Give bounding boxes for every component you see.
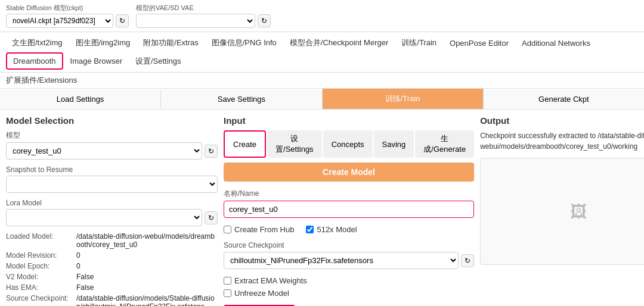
center-panel: Input Create 设置/Settings Concepts Saving… [224,115,474,306]
tab-img2img[interactable]: 图生图/img2img [70,35,137,51]
tab-txt2img[interactable]: 文生图/txt2img [6,35,69,51]
tab-saving[interactable]: Saving [374,130,414,158]
vae-model-group: 模型的VAE/SD VAE ↻ [136,4,271,28]
left-panel: Model Selection 模型 corey_test_u0 ↻ Snaps… [6,115,218,306]
vae-model-label: 模型的VAE/SD VAE [136,4,271,13]
sd-model-select[interactable]: novelAI.ckpt [a7529df023] [6,14,113,28]
extract-ema-checkbox[interactable]: Extract EMA Weights [224,276,307,285]
extensions-link[interactable]: 扩展插件/Extensions [0,73,644,89]
model-epoch-val: 0 [76,262,80,270]
loaded-model-val: /data/stable-diffusion-webui/models/drea… [76,232,218,249]
create-from-hub-label: Create From Hub [234,225,294,234]
source-checkpoint-select[interactable]: chilloutmix_NiPrunedFp32Fix.safetensors [224,252,459,269]
model-select[interactable]: corey_test_u0 [6,142,202,160]
model-512x-label: 512x Model [317,225,357,234]
tab-create[interactable]: Create [224,130,266,158]
model-info-table: Loaded Model: /data/stable-diffusion-web… [6,232,218,306]
tab-settings[interactable]: 设置/Settings [129,53,187,70]
toolbar: Load Settings Save Settings 训练/Train Gen… [0,89,644,110]
has-ema-val: False [76,283,94,292]
tab-concepts[interactable]: Concepts [323,130,373,158]
create-from-hub-checkbox[interactable]: Create From Hub [224,225,294,234]
tab-image-browser[interactable]: Image Browser [64,54,128,68]
source-checkpoint-val: /data/stable-diffusion/models/Stable-dif… [76,294,218,306]
unfreeze-model-checkbox[interactable]: Unfreeze Model [224,289,289,298]
model-revision-val: 0 [76,251,80,260]
tab-generate[interactable]: 生成/Generate [415,130,474,158]
tab-openpose[interactable]: OpenPose Editor [444,36,515,51]
main-layout: Model Selection 模型 corey_test_u0 ↻ Snaps… [0,110,644,306]
source-checkpoint-label: Source Checkpoint [224,241,474,249]
lora-model-label: Lora Model [6,199,218,207]
model-selection-title: Model Selection [6,115,218,126]
sd-model-group: Stable Diffusion 模型(ckpt) novelAI.ckpt [… [6,4,129,28]
lora-select[interactable] [6,209,202,226]
load-settings-btn[interactable]: Load Settings [0,90,161,108]
has-ema-key: Has EMA: [6,283,72,292]
name-label: 名称/Name [224,189,474,199]
vae-model-select[interactable] [136,14,255,28]
source-checkpoint-key: Source Checkpoint: [6,294,72,306]
nav-tabs: 文生图/txt2img 图生图/img2img 附加功能/Extras 图像信息… [0,32,644,73]
unfreeze-model-label: Unfreeze Model [234,289,289,298]
model-epoch-key: Model Epoch: [6,262,72,270]
source-checkpoint-refresh-btn[interactable]: ↻ [461,254,474,267]
tab-checkpoint-merger[interactable]: 模型合并/Checkpoint Merger [284,35,394,51]
sd-model-label: Stable Diffusion 模型(ckpt) [6,4,129,13]
vae-model-refresh-btn[interactable]: ↻ [258,14,271,27]
save-settings-btn[interactable]: Save Settings [161,90,322,108]
input-title: Input [224,115,474,126]
loaded-model-row: Loaded Model: /data/stable-diffusion-web… [6,232,218,249]
extract-ema-row: Extract EMA Weights Unfreeze Model [224,276,474,298]
v2-model-key: V2 Model: [6,273,72,281]
model-epoch-row: Model Epoch: 0 [6,262,218,270]
model-revision-key: Model Revision: [6,251,72,260]
snapshot-label: Snapshot to Resume [6,166,218,174]
tab-extras[interactable]: 附加功能/Extras [137,35,204,51]
right-panel: Output Checkpoint successfully extracted… [480,115,644,306]
lora-refresh-btn[interactable]: ↻ [205,211,218,224]
lora-select-wrap: ↻ [6,209,218,226]
top-bar: Stable Diffusion 模型(ckpt) novelAI.ckpt [… [0,0,644,32]
model-select-wrap: corey_test_u0 ↻ [6,142,218,160]
v2-model-row: V2 Model: False [6,273,218,281]
has-ema-row: Has EMA: False [6,283,218,292]
checkbox-row: Create From Hub 512x Model [224,225,474,234]
v2-model-val: False [76,273,94,281]
output-text: Checkpoint successfully extracted to /da… [480,130,644,152]
name-input[interactable] [224,201,474,218]
tab-train[interactable]: 训练/Train [395,35,442,51]
output-image-placeholder: 🖼 [480,158,644,265]
create-from-hub-input[interactable] [224,226,231,233]
sd-model-refresh-btn[interactable]: ↻ [116,14,129,27]
snapshot-select-wrap [6,176,218,193]
snapshot-select[interactable] [6,176,218,193]
source-checkpoint-wrap: chilloutmix_NiPrunedFp32Fix.safetensors … [224,252,474,269]
model-512x-input[interactable] [306,226,314,233]
tab-pnginfo[interactable]: 图像信息/PNG Info [206,35,283,51]
model-select-refresh-btn[interactable]: ↻ [205,145,218,158]
extract-ema-label: Extract EMA Weights [234,276,307,285]
name-form-group: 名称/Name [224,189,474,218]
create-model-bar[interactable]: Create Model [224,163,474,182]
loaded-model-key: Loaded Model: [6,232,72,249]
input-tabs: Create 设置/Settings Concepts Saving 生成/Ge… [224,130,474,158]
model-512x-checkbox[interactable]: 512x Model [306,225,357,234]
tab-settings-inner[interactable]: 设置/Settings [267,130,322,158]
image-placeholder-icon: 🖼 [570,202,587,221]
model-field-label: 模型 [6,130,218,140]
train-btn[interactable]: 训练/Train [323,89,484,109]
unfreeze-model-input[interactable] [224,289,231,297]
extract-ema-input[interactable] [224,277,231,285]
sd-model-select-wrap: novelAI.ckpt [a7529df023] ↻ [6,14,129,28]
model-revision-row: Model Revision: 0 [6,251,218,260]
source-checkpoint-row: Source Checkpoint: /data/stable-diffusio… [6,294,218,306]
generate-ckpt-btn[interactable]: Generate Ckpt [484,90,644,108]
output-title: Output [480,115,644,126]
tab-additional-networks[interactable]: Additional Networks [516,36,596,51]
tab-dreambooth[interactable]: Dreambooth [6,52,63,70]
vae-model-select-wrap: ↻ [136,14,271,28]
